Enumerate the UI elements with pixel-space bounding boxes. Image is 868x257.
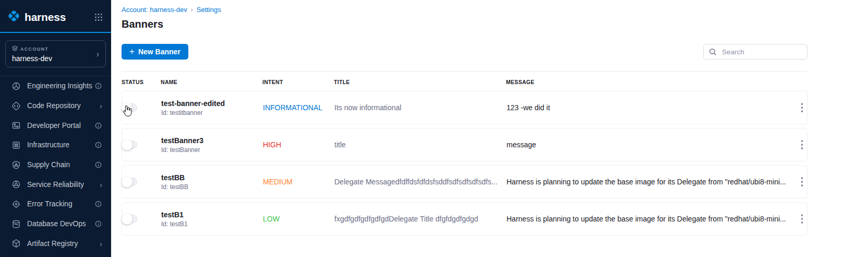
info-icon[interactable] bbox=[94, 141, 102, 149]
status-toggle[interactable] bbox=[122, 141, 137, 149]
account-info: ACCOUNT harness-dev bbox=[12, 45, 52, 63]
supply-chain-icon bbox=[11, 160, 21, 170]
status-toggle[interactable] bbox=[122, 103, 137, 112]
sidebar-item-code-repository[interactable]: Code Repository› bbox=[0, 96, 111, 116]
info-icon[interactable] bbox=[94, 220, 102, 228]
sidebar-item-error-tracking[interactable]: Error Tracking bbox=[0, 194, 111, 214]
banner-id: Id: testBanner bbox=[161, 146, 263, 154]
intent-cell: LOW bbox=[263, 215, 334, 223]
sidebar-item-label: Database DevOps bbox=[27, 220, 86, 228]
sidebar-item-database-devops[interactable]: Database DevOps bbox=[0, 214, 111, 234]
status-toggle[interactable] bbox=[122, 178, 137, 186]
account-selector[interactable]: ACCOUNT harness-dev › bbox=[5, 40, 106, 67]
banner-id: Id: testBB bbox=[161, 183, 263, 191]
sidebar-item-label: Code Repository bbox=[27, 102, 81, 110]
banner-id: Id: testitbanner bbox=[161, 109, 263, 116]
menu-cell bbox=[786, 212, 807, 227]
info-icon[interactable] bbox=[94, 82, 102, 90]
chevron-right-icon: › bbox=[100, 239, 102, 248]
sidebar-item-service-reliability[interactable]: Service Reliability› bbox=[0, 174, 111, 194]
chevron-right-icon: › bbox=[100, 180, 102, 189]
message-cell: 123 -we did it bbox=[507, 103, 786, 112]
status-cell bbox=[122, 178, 161, 186]
intent-cell: INFORMATIONAL bbox=[263, 103, 334, 112]
toggle-knob bbox=[122, 102, 132, 113]
sidebar-item-label: Developer Portal bbox=[27, 122, 81, 130]
title-cell: Its now informational bbox=[334, 103, 507, 112]
table-row[interactable]: test-banner-editedId: testitbannerINFORM… bbox=[122, 91, 807, 124]
service-reliability-icon bbox=[11, 180, 21, 189]
column-header-menu-spacer bbox=[787, 79, 807, 85]
table-row[interactable]: testBBId: testBBMEDIUMDelegate Messagedf… bbox=[122, 165, 807, 198]
toggle-knob bbox=[122, 139, 132, 150]
status-cell bbox=[122, 103, 161, 112]
logo-text: harness bbox=[25, 11, 66, 24]
sidebar-item-label: Infrastructure bbox=[27, 141, 69, 149]
sidebar-item-artifact-registry[interactable]: Artifact Registry› bbox=[0, 234, 111, 254]
sidebar-item-infrastructure[interactable]: Infrastructure bbox=[0, 135, 111, 155]
chevron-right-icon: › bbox=[100, 101, 102, 110]
toggle-knob bbox=[122, 214, 132, 225]
info-icon[interactable] bbox=[94, 122, 102, 130]
toggle-knob bbox=[122, 177, 132, 188]
message-cell: Harness is planning to update the base i… bbox=[507, 215, 786, 223]
column-header-intent: INTENT bbox=[262, 79, 334, 85]
table-row[interactable]: testB1Id: testB1LOWfxgdfgdfgdfgdfgdDeleg… bbox=[122, 202, 807, 236]
breadcrumb: Account: harness-dev›Settings bbox=[122, 0, 807, 14]
name-cell: testBBId: testBB bbox=[161, 173, 263, 191]
infrastructure-icon bbox=[11, 141, 21, 150]
info-icon[interactable] bbox=[94, 161, 102, 169]
banner-name: testBB bbox=[161, 173, 263, 182]
name-cell: testB1Id: testB1 bbox=[161, 211, 263, 228]
title-cell: title bbox=[334, 141, 507, 149]
name-cell: testBanner3Id: testBanner bbox=[161, 136, 263, 154]
sidebar-item-label: Service Reliability bbox=[27, 181, 84, 189]
artifact-registry-icon bbox=[11, 239, 21, 248]
sidebar-item-supply-chain[interactable]: Supply Chain bbox=[0, 155, 111, 175]
title-cell: Delegate Messagedfdffdsfdfdsfsddfsdfsdfs… bbox=[334, 178, 507, 186]
row-options-menu-button[interactable] bbox=[797, 137, 807, 153]
column-header-status: STATUS bbox=[122, 79, 161, 85]
column-header-name: NAME bbox=[161, 79, 262, 85]
account-name: harness-dev bbox=[12, 54, 52, 63]
sidebar-item-engineering-insights[interactable]: Engineering Insights bbox=[0, 76, 111, 96]
row-options-menu-button[interactable] bbox=[797, 212, 807, 227]
search-box[interactable] bbox=[703, 44, 807, 60]
logo-underline-divider bbox=[0, 32, 111, 33]
sidebar: harness ACCOUNT harness-dev › Enginee bbox=[0, 0, 111, 257]
search-input[interactable] bbox=[721, 48, 802, 56]
apps-grid-icon[interactable] bbox=[94, 13, 103, 21]
table-row[interactable]: testBanner3Id: testBannerHIGHtitlemessag… bbox=[122, 128, 807, 161]
column-header-title: TITLE bbox=[334, 79, 506, 85]
table-header-row: STATUSNAMEINTENTTITLEMESSAGE bbox=[122, 72, 807, 91]
intent-cell: MEDIUM bbox=[263, 178, 334, 186]
new-banner-button[interactable]: + New Banner bbox=[122, 44, 188, 60]
row-options-menu-button[interactable] bbox=[797, 174, 807, 190]
title-cell: fxgdfgdfgdfgdfgdDelegate Title dfgfdgdfg… bbox=[334, 215, 507, 223]
account-label: ACCOUNT bbox=[20, 46, 49, 52]
menu-cell bbox=[786, 100, 807, 115]
intent-cell: HIGH bbox=[263, 141, 334, 149]
sidebar-item-label: Artifact Registry bbox=[27, 240, 78, 248]
error-tracking-icon bbox=[11, 200, 21, 209]
breadcrumb-separator-icon: › bbox=[191, 6, 193, 14]
breadcrumb-link-account-harness-dev[interactable]: Account: harness-dev bbox=[122, 6, 187, 14]
harness-logo-icon[interactable] bbox=[7, 9, 21, 25]
sidebar-nav: Engineering InsightsCode Repository›Deve… bbox=[0, 76, 111, 253]
banner-name: testBanner3 bbox=[161, 136, 263, 145]
name-cell: test-banner-editedId: testitbanner bbox=[161, 99, 263, 116]
sidebar-item-developer-portal[interactable]: Developer Portal bbox=[0, 115, 111, 135]
row-options-menu-button[interactable] bbox=[797, 100, 807, 115]
menu-cell bbox=[786, 174, 807, 190]
engineering-insights-icon bbox=[11, 81, 21, 91]
status-toggle[interactable] bbox=[122, 215, 137, 223]
main-content: Account: harness-dev›Settings Banners + … bbox=[111, 0, 868, 257]
code-repository-icon bbox=[11, 101, 21, 111]
breadcrumb-link-settings[interactable]: Settings bbox=[197, 6, 221, 14]
info-icon[interactable] bbox=[94, 200, 102, 208]
menu-cell bbox=[786, 137, 807, 153]
sidebar-item-label: Error Tracking bbox=[27, 200, 73, 208]
new-banner-label: New Banner bbox=[138, 48, 180, 56]
column-header-message: MESSAGE bbox=[506, 79, 787, 85]
database-devops-icon bbox=[11, 219, 21, 229]
